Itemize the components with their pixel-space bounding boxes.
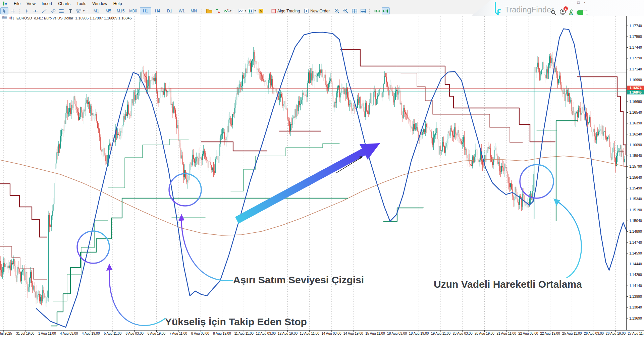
timeframe-m30-button[interactable]: M30 bbox=[127, 7, 139, 14]
theme-toggle[interactable] bbox=[577, 10, 588, 15]
folder-icon bbox=[206, 8, 213, 14]
time-axis-label: 13 Aug 11:00 bbox=[300, 332, 320, 335]
crosshair-tool-button[interactable] bbox=[9, 7, 17, 14]
menu-charts[interactable]: Charts bbox=[55, 1, 73, 7]
price-axis-label: 1.17590 bbox=[629, 35, 642, 39]
up-down-arrows-icon bbox=[215, 8, 221, 14]
price-axis-label: 1.16090 bbox=[629, 143, 642, 147]
toolbar-separator bbox=[267, 8, 269, 14]
auto-scroll-button[interactable] bbox=[373, 7, 381, 14]
time-axis-label: 26 Aug 03:00 bbox=[584, 332, 604, 335]
equidistant-lines-icon bbox=[59, 8, 65, 14]
time-axis-label: 31 Jul 2025 bbox=[0, 332, 12, 335]
minimize-button[interactable]: – bbox=[571, 0, 573, 4]
depth-of-market-icon bbox=[2, 16, 7, 20]
toolbar-separator bbox=[19, 8, 21, 14]
algo-trading-button[interactable]: Algo Trading bbox=[271, 7, 303, 14]
time-axis-label: 8 Aug 03:00 bbox=[191, 332, 209, 335]
toolbar-separator bbox=[87, 8, 89, 14]
brand-watermark-strip: – □ × TradingFinder 1 bbox=[472, 0, 644, 16]
line-chart-type-button[interactable]: ▾ bbox=[237, 7, 247, 14]
new-order-button[interactable]: New Order bbox=[303, 7, 332, 14]
search-icon[interactable] bbox=[551, 10, 556, 15]
bid-ask-arrows-button[interactable] bbox=[214, 7, 222, 14]
price-axis-label: 1.17290 bbox=[629, 56, 642, 60]
zoom-out-button[interactable] bbox=[342, 7, 350, 14]
menu-insert[interactable]: Insert bbox=[39, 1, 55, 7]
timeframe-w1-button[interactable]: W1 bbox=[176, 7, 187, 14]
trendline-tool-button[interactable] bbox=[40, 7, 48, 14]
toolbar-separator bbox=[202, 8, 203, 14]
symbol-chart-icon bbox=[9, 16, 14, 20]
menu-window[interactable]: Window bbox=[89, 1, 110, 7]
chart-shift-button[interactable] bbox=[382, 7, 390, 14]
indicators-button[interactable]: ▾ bbox=[223, 7, 232, 14]
level-indicator[interactable]: LVL bbox=[569, 9, 573, 15]
tradingfinder-logo-icon bbox=[492, 2, 502, 15]
timeframe-h1-button[interactable]: H1 bbox=[140, 7, 151, 14]
big-trend-arrow bbox=[235, 143, 380, 224]
close-button[interactable]: × bbox=[584, 0, 586, 4]
timeframe-m1-button[interactable]: M1 bbox=[91, 7, 102, 14]
price-axis-label: 1.15490 bbox=[629, 186, 642, 190]
profiles-folder-button[interactable] bbox=[205, 7, 213, 14]
time-axis-label: 14 Aug 19:00 bbox=[343, 332, 363, 335]
time-axis-label: 15 Aug 11:00 bbox=[365, 332, 385, 335]
arrange-windows-button[interactable] bbox=[359, 7, 367, 14]
price-axis-label: 1.16240 bbox=[629, 132, 642, 136]
chart-title-bar: EURUSD_o,H1: Euro vs US Dollar 1.16985 1… bbox=[2, 16, 132, 20]
annotation-oversold-label: Aşırı Satım Seviyesi Çizgisi bbox=[233, 274, 364, 285]
channel-icon bbox=[50, 8, 56, 14]
price-axis-label: 1.13990 bbox=[629, 294, 642, 298]
mt5-window: 1.177401.175901.174401.172901.171401.169… bbox=[0, 0, 644, 337]
timeframe-mn-button[interactable]: MN bbox=[188, 7, 200, 14]
menu-file[interactable]: File bbox=[11, 1, 23, 7]
price-level-lines bbox=[0, 89, 627, 91]
timeframe-m5-button[interactable]: M5 bbox=[103, 7, 114, 14]
price-axis-label: 1.17440 bbox=[629, 45, 642, 49]
time-axis-label: 25 Aug 11:00 bbox=[562, 332, 582, 335]
ask-price-badge: 1.16874 bbox=[629, 86, 642, 90]
channel-tool-button[interactable] bbox=[49, 7, 57, 14]
timeframe-d1-button[interactable]: D1 bbox=[164, 7, 175, 14]
time-axis-label: 12 Aug 19:00 bbox=[278, 332, 298, 335]
restore-button[interactable]: □ bbox=[577, 0, 580, 4]
menu-view[interactable]: View bbox=[23, 1, 39, 7]
zoom-in-button[interactable] bbox=[333, 7, 341, 14]
time-axis-label: 5 Aug 11:00 bbox=[104, 332, 122, 335]
annotation-trailing-stop-label: Yükseliş İçin Takip Eden Stop bbox=[165, 316, 307, 327]
menu-help[interactable]: Help bbox=[110, 1, 125, 7]
vertical-line-icon bbox=[24, 8, 30, 14]
chart-canvas[interactable]: 1.177401.175901.174401.172901.171401.169… bbox=[0, 0, 644, 337]
price-axis-label: 1.15190 bbox=[629, 208, 642, 212]
annotation-arrow bbox=[109, 268, 165, 326]
time-axis-label: 19 Aug 11:00 bbox=[431, 332, 451, 335]
vertical-line-tool-button[interactable] bbox=[23, 7, 31, 14]
candle-chart-type-button[interactable]: ▾ bbox=[247, 7, 256, 14]
tile-windows-icon bbox=[352, 8, 358, 14]
notification-badge: 1 bbox=[564, 6, 568, 11]
time-axis-label: 18 Aug 03:00 bbox=[387, 332, 407, 335]
menu-tools[interactable]: Tools bbox=[73, 1, 89, 7]
new-order-label: New Order bbox=[310, 9, 330, 13]
chevron-down-icon: ▾ bbox=[230, 9, 231, 12]
user-avatar[interactable]: 1 bbox=[560, 9, 566, 16]
currency-button[interactable]: $ bbox=[257, 7, 265, 14]
cursor-tool-button[interactable] bbox=[0, 7, 8, 14]
text-tool-button[interactable] bbox=[66, 7, 74, 14]
timeframe-h4-button[interactable]: H4 bbox=[152, 7, 163, 14]
timeframe-m15-button[interactable]: M15 bbox=[115, 7, 126, 14]
annotation-graphics bbox=[77, 143, 581, 326]
shapes-tool-button[interactable]: ▾ bbox=[75, 7, 85, 14]
indicator-icon bbox=[223, 8, 230, 14]
algo-trading-label: Algo Trading bbox=[277, 9, 300, 13]
symbol-title: EURUSD_o,H1: Euro vs US Dollar bbox=[16, 16, 73, 20]
time-axis-label: 1 Aug 11:00 bbox=[38, 332, 56, 335]
chevron-down-icon: ▾ bbox=[255, 9, 256, 12]
brand-logo: TradingFinder bbox=[492, 2, 554, 15]
equidistant-lines-tool-button[interactable] bbox=[58, 7, 66, 14]
time-axis-label: 26 Aug 19:00 bbox=[606, 332, 626, 335]
horizontal-line-tool-button[interactable] bbox=[32, 7, 40, 14]
annotation-long-ma-label: Uzun Vadeli Hareketli Ortalama bbox=[434, 279, 582, 290]
tile-windows-button[interactable] bbox=[351, 7, 359, 14]
